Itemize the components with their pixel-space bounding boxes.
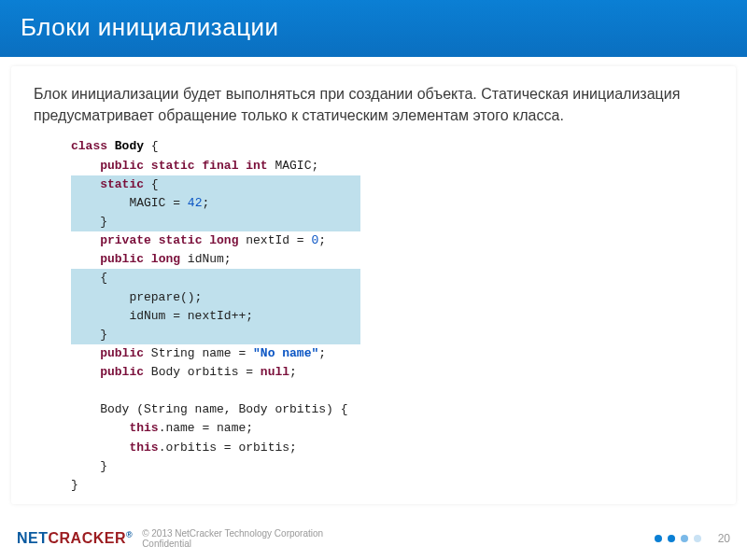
code-line: private static long nextId = 0; bbox=[71, 231, 713, 250]
dot-icon bbox=[681, 535, 688, 542]
copyright: © 2013 NetCracker Technology Corporation… bbox=[142, 528, 323, 549]
highlighted-line: MAGIC = 42; bbox=[71, 194, 360, 213]
highlighted-line: } bbox=[71, 326, 360, 344]
copyright-line2: Confidential bbox=[142, 539, 191, 549]
code-line: MAGIC = 42; bbox=[71, 194, 713, 213]
code-line: this.name = name; bbox=[71, 419, 713, 438]
code-line: this.orbitis = orbitis; bbox=[71, 439, 713, 457]
page-number: 20 bbox=[718, 532, 730, 545]
highlighted-line: prepare(); bbox=[71, 288, 360, 307]
highlighted-line: { bbox=[71, 269, 360, 287]
code-line: } bbox=[71, 326, 713, 344]
copyright-line1: © 2013 NetCracker Technology Corporation bbox=[142, 528, 323, 539]
slide-body: Блок инициализации будет выполняться при… bbox=[11, 66, 736, 504]
code-line: } bbox=[71, 457, 713, 476]
code-line: } bbox=[71, 476, 713, 495]
slide-title: Блоки инициализации bbox=[21, 13, 279, 41]
highlighted-line: idNum = nextId++; bbox=[71, 307, 360, 326]
highlighted-line: static { bbox=[71, 175, 360, 194]
pagination-dots bbox=[655, 535, 701, 542]
code-line: static { bbox=[71, 175, 713, 194]
code-block: class Body { public static final int MAG… bbox=[34, 137, 713, 495]
code-line: idNum = nextId++; bbox=[71, 307, 713, 326]
description-text: Блок инициализации будет выполняться при… bbox=[34, 83, 713, 126]
code-line: public String name = "No name"; bbox=[71, 344, 713, 363]
code-line: Body (String name, Body orbitis) { bbox=[71, 400, 713, 419]
footer: NETCRACKER® © 2013 NetCracker Technology… bbox=[0, 523, 747, 554]
highlighted-line: } bbox=[71, 213, 360, 231]
dot-icon bbox=[694, 535, 701, 542]
code-line: { bbox=[71, 269, 713, 287]
code-line: public static final int MAGIC; bbox=[71, 157, 713, 175]
code-line: public Body orbitis = null; bbox=[71, 363, 713, 382]
code-line: class Body { bbox=[71, 137, 713, 156]
logo-part1: NET bbox=[17, 530, 49, 546]
logo: NETCRACKER® bbox=[17, 530, 133, 547]
code-line: public long idNum; bbox=[71, 250, 713, 269]
dot-icon bbox=[655, 535, 662, 542]
logo-part2: CRACKER bbox=[49, 530, 127, 546]
slide-title-bar: Блоки инициализации bbox=[0, 0, 747, 57]
logo-reg: ® bbox=[126, 530, 133, 539]
code-line: prepare(); bbox=[71, 288, 713, 307]
code-line: } bbox=[71, 213, 713, 231]
dot-icon bbox=[668, 535, 675, 542]
code-line bbox=[71, 382, 713, 400]
